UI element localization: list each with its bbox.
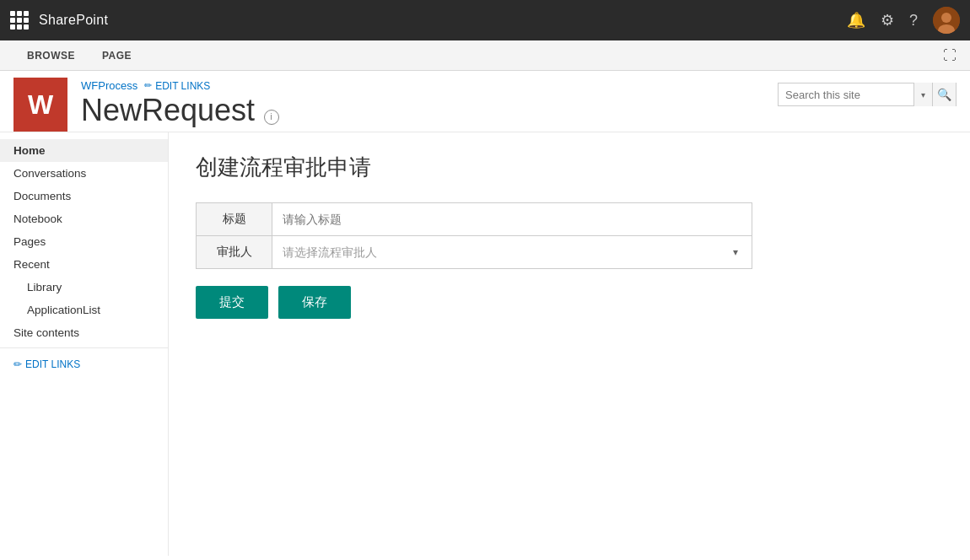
sidebar-item-library[interactable]: Library — [0, 276, 168, 299]
select-wrapper: 请选择流程审批人 ▾ — [279, 242, 745, 262]
info-icon[interactable]: i — [264, 110, 279, 125]
sidebar: Home Conversations Documents Notebook Pa… — [0, 132, 169, 556]
title-input[interactable] — [279, 209, 745, 229]
sidebar-item-notebook[interactable]: Notebook — [0, 207, 168, 230]
site-logo: W — [13, 78, 67, 132]
top-bar-left: SharePoint — [10, 11, 108, 30]
help-icon[interactable]: ? — [909, 12, 918, 30]
sidebar-item-pages[interactable]: Pages — [0, 230, 168, 253]
form-label-title: 标题 — [197, 203, 272, 235]
page-content: 创建流程审批申请 标题 审批人 请选择流程审批人 — [169, 132, 970, 556]
main-layout: Home Conversations Documents Notebook Pa… — [0, 132, 970, 556]
sidebar-item-recent[interactable]: Recent — [0, 253, 168, 276]
breadcrumb-link[interactable]: WFProcess — [81, 79, 137, 92]
search-box-area: ▾ 🔍 — [778, 78, 957, 106]
top-bar: SharePoint 🔔 ⚙ ? — [0, 0, 970, 40]
sidebar-item-home[interactable]: Home — [0, 139, 168, 162]
sidebar-pencil-icon: ✏ — [13, 358, 22, 370]
site-logo-letter: W — [28, 89, 53, 121]
submit-button[interactable]: 提交 — [196, 286, 268, 319]
app-title: SharePoint — [39, 13, 108, 28]
site-name: NewRequest — [81, 93, 255, 127]
site-title-area: WFProcess ✏ EDIT LINKS NewRequest i — [81, 78, 279, 127]
site-header-left: W WFProcess ✏ EDIT LINKS NewRequest i — [13, 78, 279, 132]
sidebar-item-conversations[interactable]: Conversations — [0, 162, 168, 185]
top-bar-right: 🔔 ⚙ ? — [847, 7, 960, 34]
tab-page[interactable]: PAGE — [89, 40, 145, 71]
form-row-title: 标题 — [197, 203, 752, 236]
sidebar-edit-links-button[interactable]: ✏ EDIT LINKS — [0, 352, 168, 377]
search-button[interactable]: 🔍 — [932, 83, 956, 106]
page-title: 创建流程审批申请 — [196, 153, 943, 182]
avatar[interactable] — [933, 7, 960, 34]
form-label-approver: 审批人 — [197, 236, 272, 268]
form-buttons: 提交 保存 — [196, 286, 943, 319]
header-edit-links-button[interactable]: ✏ EDIT LINKS — [144, 80, 210, 92]
form-table: 标题 审批人 请选择流程审批人 ▾ — [196, 202, 752, 269]
search-input[interactable] — [779, 89, 913, 101]
expand-icon[interactable]: ⛶ — [943, 48, 957, 63]
settings-icon[interactable]: ⚙ — [881, 11, 894, 30]
search-dropdown-button[interactable]: ▾ — [913, 83, 932, 106]
notification-icon[interactable]: 🔔 — [847, 11, 865, 30]
pencil-icon: ✏ — [144, 80, 152, 91]
save-button[interactable]: 保存 — [278, 286, 351, 319]
sidebar-item-applicationlist[interactable]: ApplicationList — [0, 299, 168, 321]
breadcrumb: WFProcess ✏ EDIT LINKS — [81, 79, 279, 92]
sidebar-item-site-contents[interactable]: Site contents — [0, 321, 168, 344]
nav-divider — [0, 347, 168, 348]
waffle-icon[interactable] — [10, 11, 29, 30]
header-edit-links-label: EDIT LINKS — [155, 80, 210, 92]
form-input-approver-cell: 请选择流程审批人 ▾ — [272, 236, 752, 268]
toolbar-tabs: BROWSE PAGE — [13, 40, 145, 71]
site-name-row: NewRequest i — [81, 94, 279, 127]
search-box: ▾ 🔍 — [778, 83, 957, 106]
approver-select[interactable]: 请选择流程审批人 — [279, 242, 745, 262]
form-row-approver: 审批人 请选择流程审批人 ▾ — [197, 236, 752, 268]
svg-point-1 — [941, 13, 951, 23]
sidebar-item-documents[interactable]: Documents — [0, 185, 168, 207]
site-header: W WFProcess ✏ EDIT LINKS NewRequest i ▾ … — [0, 71, 970, 132]
form-input-title-cell — [272, 203, 752, 235]
toolbar: BROWSE PAGE ⛶ — [0, 40, 970, 71]
tab-browse[interactable]: BROWSE — [13, 40, 89, 71]
